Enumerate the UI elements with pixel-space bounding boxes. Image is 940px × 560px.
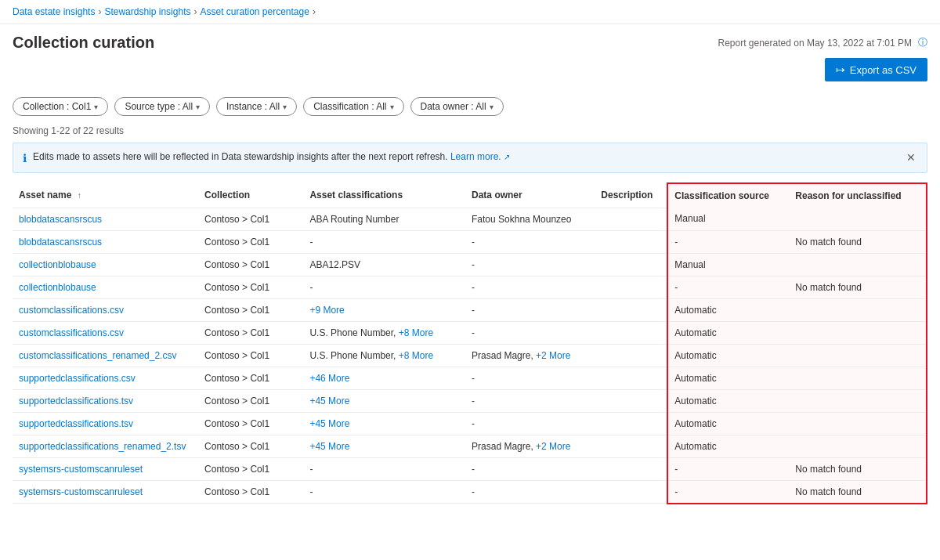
filter-instance-chevron: ▾ [283, 103, 287, 111]
asset-link[interactable]: blobdatascansrscus [19, 237, 102, 247]
more-classifications-link[interactable]: +8 More [399, 350, 433, 361]
table-cell-classification-source: Automatic [667, 321, 789, 344]
breadcrumb-asset-curation[interactable]: Asset curation percentage [200, 6, 309, 17]
more-owners-link[interactable]: +2 More [536, 350, 570, 361]
breadcrumb-data-estate[interactable]: Data estate insights [13, 6, 95, 17]
filter-data-owner[interactable]: Data owner : All ▾ [410, 97, 504, 116]
breadcrumb-sep2: › [193, 6, 197, 17]
table-cell-asset-name: customclassifications.csv [13, 321, 198, 344]
table-cell-asset-name: supportedclassifications.csv [13, 367, 198, 389]
more-classifications-link[interactable]: +45 More [309, 418, 349, 429]
table-cell-reason-unclassified [789, 344, 927, 367]
table-cell-collection: Contoso > Col1 [198, 344, 303, 367]
export-csv-button[interactable]: ↦ Export as CSV [825, 58, 927, 81]
filter-instance[interactable]: Instance : All ▾ [216, 97, 297, 116]
asset-link[interactable]: blobdatascansrscus [19, 214, 102, 225]
table-cell-asset-classifications: - [303, 457, 465, 480]
info-banner-link[interactable]: Learn more. ↗ [450, 151, 510, 162]
col-header-collection[interactable]: Collection [198, 183, 303, 208]
asset-link[interactable]: collectionblobause [19, 259, 96, 270]
table-cell-asset-classifications: +9 More [303, 298, 465, 321]
table-cell-reason-unclassified [789, 253, 927, 276]
table-cell-reason-unclassified [789, 208, 927, 230]
table-cell-classification-source: - [667, 230, 789, 253]
filter-classification-label: Classification : All [313, 101, 386, 112]
table-cell-data-owner: - [465, 230, 595, 253]
info-banner-icon: ℹ [23, 152, 27, 164]
asset-link[interactable]: supportedclassifications.tsv [19, 396, 133, 406]
more-classifications-link[interactable]: +45 More [309, 441, 349, 452]
table-cell-asset-classifications: U.S. Phone Number, +8 More [303, 321, 465, 344]
table-cell-description [595, 230, 667, 253]
col-header-asset-classifications[interactable]: Asset classifications [303, 183, 465, 208]
sort-icon-asset-name: ↑ [78, 191, 81, 200]
table-cell-asset-name: supportedclassifications_renamed_2.tsv [13, 435, 198, 457]
table-cell-classification-source: Manual [667, 253, 789, 276]
col-header-classification-source[interactable]: Classification source [667, 183, 789, 208]
table-cell-asset-classifications: - [303, 276, 465, 298]
table-cell-classification-source: - [667, 457, 789, 480]
table-cell-data-owner: Prasad Magre, +2 More [465, 344, 595, 367]
asset-link[interactable]: customclassifications.csv [19, 305, 124, 316]
header-right: Report generated on May 13, 2022 at 7:01… [718, 36, 928, 49]
asset-link[interactable]: customclassifications.csv [19, 327, 124, 338]
asset-link[interactable]: systemsrs-customscanruleset [19, 464, 143, 475]
report-info-icon[interactable]: ⓘ [918, 36, 927, 49]
table-cell-asset-classifications: U.S. Phone Number, +8 More [303, 344, 465, 367]
table-cell-reason-unclassified [789, 321, 927, 344]
table-cell-reason-unclassified: No match found [789, 480, 927, 504]
asset-link[interactable]: supportedclassifications_renamed_2.tsv [19, 441, 186, 452]
more-owners-link[interactable]: +2 More [536, 441, 570, 452]
page-header: Collection curation Report generated on … [0, 24, 940, 58]
asset-link[interactable]: supportedclassifications.tsv [19, 418, 133, 429]
filter-data-owner-label: Data owner : All [421, 101, 486, 112]
breadcrumb-stewardship[interactable]: Stewardship insights [104, 6, 190, 17]
table-cell-reason-unclassified [789, 389, 927, 412]
asset-link[interactable]: customclassifications_renamed_2.csv [19, 350, 176, 361]
col-header-asset-name[interactable]: Asset name ↑ [13, 183, 198, 208]
more-classifications-link[interactable]: +46 More [309, 373, 349, 384]
data-table: Asset name ↑ Collection Asset classifica… [13, 182, 927, 504]
table-cell-description [595, 457, 667, 480]
table-cell-asset-name: customclassifications_renamed_2.csv [13, 344, 198, 367]
table-cell-data-owner: - [465, 480, 595, 504]
table-cell-reason-unclassified: No match found [789, 230, 927, 253]
filter-source-type[interactable]: Source type : All ▾ [114, 97, 210, 116]
filter-classification[interactable]: Classification : All ▾ [303, 97, 403, 116]
table-cell-data-owner: - [465, 321, 595, 344]
table-cell-classification-source: Automatic [667, 412, 789, 435]
table-cell-collection: Contoso > Col1 [198, 230, 303, 253]
table-cell-collection: Contoso > Col1 [198, 276, 303, 298]
filter-instance-label: Instance : All [226, 101, 280, 112]
table-cell-data-owner: - [465, 276, 595, 298]
table-cell-asset-classifications: +45 More [303, 412, 465, 435]
more-classifications-link[interactable]: +45 More [309, 396, 349, 406]
breadcrumb: Data estate insights › Stewardship insig… [0, 0, 940, 24]
table-cell-data-owner: - [465, 389, 595, 412]
info-banner-close[interactable]: ✕ [905, 151, 917, 164]
results-count: Showing 1-22 of 22 results [0, 122, 940, 143]
export-label: Export as CSV [850, 64, 916, 76]
col-header-reason-unclassified[interactable]: Reason for unclassified [789, 183, 927, 208]
export-icon: ↦ [836, 63, 845, 76]
table-cell-description [595, 321, 667, 344]
more-classifications-link[interactable]: +9 More [309, 305, 344, 316]
table-cell-data-owner: - [465, 412, 595, 435]
table-cell-asset-classifications: ABA12.PSV [303, 253, 465, 276]
asset-link[interactable]: supportedclassifications.csv [19, 373, 136, 384]
filter-collection[interactable]: Collection : Col1 ▾ [13, 97, 108, 116]
table-cell-description [595, 253, 667, 276]
col-header-description[interactable]: Description [595, 183, 667, 208]
table-cell-asset-name: customclassifications.csv [13, 298, 198, 321]
table-cell-asset-classifications: +45 More [303, 389, 465, 412]
table-cell-asset-name: systemsrs-customscanruleset [13, 480, 198, 504]
breadcrumb-sep3: › [313, 6, 316, 17]
table-cell-classification-source: Automatic [667, 435, 789, 457]
asset-link[interactable]: systemsrs-customscanruleset [19, 486, 143, 497]
table-cell-description [595, 367, 667, 389]
table-cell-asset-name: systemsrs-customscanruleset [13, 457, 198, 480]
more-classifications-link[interactable]: +8 More [399, 327, 433, 338]
col-header-data-owner[interactable]: Data owner [465, 183, 595, 208]
table-cell-collection: Contoso > Col1 [198, 480, 303, 504]
asset-link[interactable]: collectionblobause [19, 282, 96, 293]
